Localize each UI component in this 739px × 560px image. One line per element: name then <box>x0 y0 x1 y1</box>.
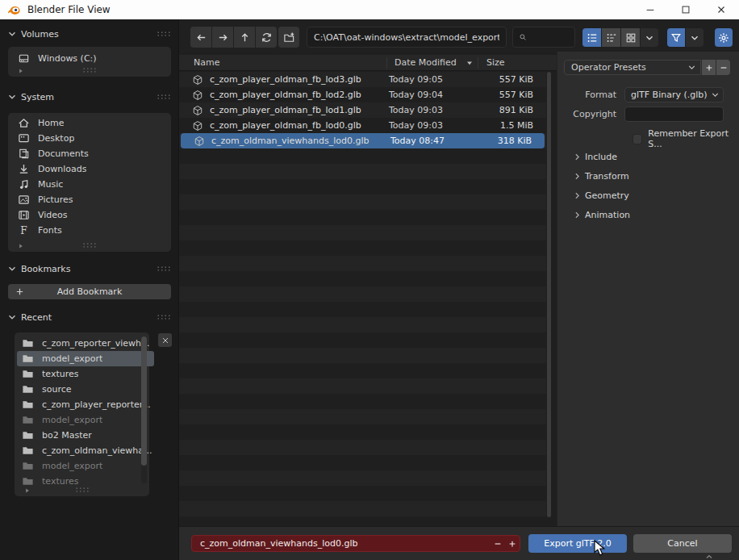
drag-grip-icon[interactable] <box>82 67 97 73</box>
plus-icon <box>507 539 517 549</box>
system-item[interactable]: Pictures <box>8 192 171 207</box>
horizontal-list-view-button[interactable] <box>602 28 620 47</box>
file-row[interactable]: c_zom_player_oldman_fb_lod2.glb Today 09… <box>179 87 546 102</box>
drag-grip-icon[interactable] <box>75 487 90 493</box>
file-row[interactable]: c_zom_oldman_viewhands_lod0.glb Today 08… <box>181 133 545 148</box>
increment-filename-button[interactable] <box>505 536 520 551</box>
remember-export-checkbox[interactable] <box>633 134 642 144</box>
recent-box: c_zom_reporter_viewh... model_export tex… <box>15 332 149 496</box>
clear-recent-button[interactable] <box>158 333 172 347</box>
minimize-icon <box>645 4 656 15</box>
recent-item[interactable]: c_zom_player_reporter... <box>17 397 154 412</box>
file-list-scrollbar[interactable] <box>547 72 551 517</box>
back-arrow-icon <box>195 31 207 44</box>
disk-icon <box>18 52 30 65</box>
recent-item[interactable]: c_zom_oldman_viewha... <box>17 443 154 458</box>
file-row[interactable]: c_zom_player_oldman_fb_lod3.glb Today 09… <box>179 72 546 87</box>
maximize-button[interactable] <box>668 0 704 19</box>
system-item[interactable]: Home <box>8 115 171 131</box>
forward-button[interactable] <box>212 27 233 48</box>
recent-item[interactable]: source <box>17 382 154 397</box>
recent-item[interactable]: textures <box>17 366 154 382</box>
back-button[interactable] <box>190 27 211 48</box>
recent-scrollbar[interactable] <box>141 336 147 483</box>
volumes-box: Windows (C:) <box>8 47 171 77</box>
copyright-field[interactable] <box>624 107 724 122</box>
transform-section-header[interactable]: Transform <box>572 171 629 182</box>
path-field[interactable] <box>307 27 507 48</box>
search-field[interactable] <box>512 27 575 48</box>
cancel-button[interactable]: Cancel <box>633 534 732 553</box>
chevron-down-icon <box>6 28 18 40</box>
volume-item[interactable]: Windows (C:) <box>8 47 171 66</box>
copyright-input[interactable] <box>625 107 723 121</box>
folder-icon <box>22 414 34 426</box>
filter-settings-dropdown[interactable] <box>686 28 704 47</box>
decrement-filename-button[interactable] <box>491 536 505 551</box>
resize-triangle-icon[interactable] <box>17 242 25 250</box>
file-row[interactable]: c_zom_player_oldman_fb_lod1.glb Today 09… <box>179 102 546 118</box>
operator-presets-dropdown[interactable]: Operator Presets <box>564 60 701 75</box>
search-input[interactable] <box>527 32 574 43</box>
drag-grip-icon[interactable] <box>157 314 171 320</box>
vertical-list-view-button[interactable] <box>582 28 601 47</box>
format-dropdown[interactable]: glTF Binary (.glb) <box>624 87 724 102</box>
geometry-section-header[interactable]: Geometry <box>572 190 629 201</box>
column-header-date-modified[interactable]: Date Modified <box>387 57 478 69</box>
include-section-header[interactable]: Include <box>572 152 617 162</box>
filename-input[interactable] <box>192 538 491 549</box>
file-row[interactable]: c_zom_player_oldman_fb_lod0.glb Today 09… <box>179 118 546 133</box>
titlebar: Blender File View <box>0 0 739 19</box>
drag-grip-icon[interactable] <box>157 265 171 272</box>
system-item[interactable]: F Fonts <box>8 223 171 238</box>
recent-item[interactable]: bo2 Master <box>17 428 154 443</box>
cube-icon <box>192 74 203 86</box>
add-bookmark-button[interactable]: Add Bookmark <box>8 284 171 299</box>
parent-directory-button[interactable] <box>234 27 255 48</box>
chevron-right-icon <box>572 152 582 162</box>
format-label: Format <box>557 90 624 100</box>
region-toggle-button[interactable] <box>715 28 733 47</box>
recent-item[interactable]: c_zom_reporter_viewh... <box>17 336 154 351</box>
close-icon <box>716 4 727 15</box>
system-item[interactable]: Documents <box>8 146 171 161</box>
plus-icon <box>704 63 714 73</box>
resize-triangle-icon[interactable] <box>23 487 31 495</box>
recent-item[interactable]: model_export <box>17 412 154 428</box>
chevron-down-icon <box>689 32 700 44</box>
chevron-down-icon <box>644 32 655 44</box>
bookmarks-section-header[interactable]: Bookmarks <box>6 262 173 275</box>
thumbnail-view-button[interactable] <box>621 28 640 47</box>
path-input[interactable] <box>307 32 506 43</box>
filter-toggle-button[interactable] <box>667 28 685 47</box>
add-preset-button[interactable] <box>701 60 716 75</box>
filename-field[interactable] <box>191 535 520 552</box>
detail-view-icon <box>606 32 617 44</box>
chevron-down-icon <box>687 62 697 73</box>
drag-grip-icon[interactable] <box>157 94 171 100</box>
column-header-name[interactable]: Name <box>179 57 387 69</box>
animation-section-header[interactable]: Animation <box>572 210 630 220</box>
system-item[interactable]: Downloads <box>8 161 171 177</box>
blender-file-view-window: Blender File View Volumes Windows (C:) <box>0 0 739 560</box>
system-section-header[interactable]: System <box>6 90 173 103</box>
drag-grip-icon[interactable] <box>82 242 97 249</box>
close-button[interactable] <box>704 0 739 19</box>
remove-preset-button[interactable] <box>716 60 730 75</box>
export-gltf-button[interactable]: Export glTF 2.0 <box>528 534 627 553</box>
recent-item[interactable]: model_export <box>17 351 154 366</box>
create-folder-button[interactable] <box>278 27 299 48</box>
volumes-section-header[interactable]: Volumes <box>6 27 173 40</box>
system-item[interactable]: Desktop <box>8 131 171 146</box>
refresh-button[interactable] <box>256 27 277 48</box>
system-item[interactable]: Music <box>8 177 171 192</box>
system-item[interactable]: Videos <box>8 207 171 223</box>
display-settings-dropdown[interactable] <box>641 28 658 47</box>
recent-section-header[interactable]: Recent <box>6 311 173 324</box>
column-header-size[interactable]: Size <box>478 57 557 69</box>
download-icon <box>18 163 30 175</box>
drag-grip-icon[interactable] <box>157 31 171 37</box>
resize-triangle-icon[interactable] <box>17 67 25 75</box>
minimize-button[interactable] <box>633 0 668 19</box>
recent-item[interactable]: model_export <box>17 458 154 474</box>
